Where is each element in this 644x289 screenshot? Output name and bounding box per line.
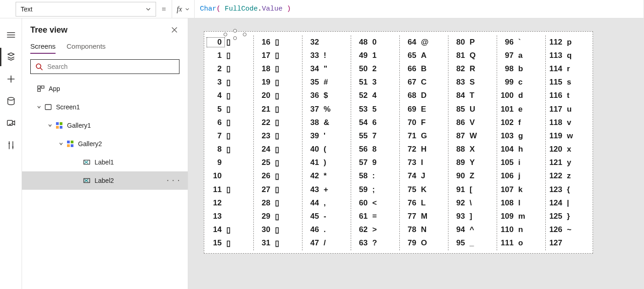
gallery-cell[interactable]: 120x [548,143,594,156]
design-canvas[interactable]: 0▯1▯2▯3▯4▯5▯6▯7▯8▯91011▯121314▯15▯16▯17▯… [188,18,644,289]
gallery-cell[interactable]: 80P [450,35,497,49]
media-button[interactable] [0,112,22,134]
tab-components[interactable]: Components [67,40,106,54]
gallery-cell[interactable]: 28▯ [256,196,302,210]
gallery-cell[interactable]: 47/ [304,237,351,250]
gallery-cell[interactable]: 114r [548,62,594,75]
fx-button[interactable]: fx [172,0,195,18]
gallery-cell[interactable]: 81Q [450,49,497,62]
gallery-cell[interactable]: 75K [402,183,448,196]
gallery-cell[interactable]: 62> [353,223,399,237]
chevron-icon[interactable] [59,142,66,146]
gallery-cell[interactable]: 64@ [402,35,448,49]
gallery-cell[interactable]: 40( [304,143,351,156]
gallery-cell[interactable]: 25▯ [256,156,302,170]
gallery-cell[interactable]: 107k [499,183,545,196]
gallery-cell[interactable]: 39' [304,129,351,142]
gallery-cell[interactable]: 84T [450,89,497,102]
gallery-cell[interactable]: 17▯ [256,49,302,62]
tree-item-app[interactable]: App [22,79,188,98]
gallery-cell[interactable]: 72H [402,143,448,156]
gallery-cell[interactable]: 24▯ [256,143,302,156]
gallery-cell[interactable]: 105i [499,156,545,170]
gallery-cell[interactable]: 127 [548,237,594,250]
gallery-cell[interactable]: 34" [304,62,351,75]
advanced-tools-button[interactable] [0,134,22,156]
gallery-cell[interactable]: 579 [353,156,399,170]
gallery-cell[interactable]: 2▯ [207,62,253,75]
gallery-cell[interactable]: 112p [548,35,594,49]
gallery-cell[interactable]: 480 [353,35,399,49]
gallery-cell[interactable]: 8▯ [207,143,253,156]
gallery-cell[interactable]: 76L [402,196,448,210]
gallery-cell[interactable]: 21▯ [256,102,302,116]
gallery-cell[interactable]: 121y [548,156,594,170]
gallery-cell[interactable]: 36$ [304,89,351,102]
gallery-cell[interactable]: 97a [499,49,545,62]
gallery-cell[interactable]: 26▯ [256,170,302,183]
gallery-cell[interactable]: 31▯ [256,237,302,250]
gallery-cell[interactable]: 58: [353,170,399,183]
gallery-cell[interactable]: 119w [548,129,594,142]
gallery-cell[interactable]: 19▯ [256,76,302,89]
gallery-cell[interactable]: 93] [450,210,497,223]
close-icon[interactable] [169,25,179,35]
gallery-cell[interactable]: 13 [207,210,253,223]
gallery-cell[interactable]: 41) [304,156,351,170]
property-dropdown[interactable]: Text [16,2,156,17]
gallery-cell[interactable]: 69E [402,102,448,116]
gallery-cell[interactable]: 38& [304,116,351,129]
gallery-cell[interactable]: 116t [548,89,594,102]
tree-item-label2[interactable]: Label2· · · [22,171,188,190]
gallery-cell[interactable]: 122z [548,170,594,183]
gallery-cell[interactable]: 37% [304,102,351,116]
gallery-cell[interactable]: 67C [402,76,448,89]
formula-bar[interactable]: Char( FullCode.Value ) [195,0,644,18]
gallery-cell[interactable]: 46. [304,223,351,237]
gallery-cell[interactable]: 23▯ [256,129,302,142]
gallery-cell[interactable]: 3▯ [207,76,253,89]
gallery-cell[interactable]: 502 [353,62,399,75]
gallery-cell[interactable]: 524 [353,89,399,102]
gallery-cell[interactable]: 0▯ [207,35,253,49]
gallery-cell[interactable]: 117u [548,102,594,116]
gallery-cell[interactable]: 15▯ [207,237,253,250]
gallery-cell[interactable]: 109m [499,210,545,223]
gallery-cell[interactable]: 94^ [450,223,497,237]
gallery-cell[interactable]: 86V [450,116,497,129]
gallery-cell[interactable]: 68D [402,89,448,102]
gallery-cell[interactable]: 27▯ [256,183,302,196]
gallery-cell[interactable]: 557 [353,129,399,142]
gallery-cell[interactable]: 106j [499,170,545,183]
tab-screens[interactable]: Screens [30,40,56,54]
gallery-cell[interactable]: 111o [499,237,545,250]
gallery-cell[interactable]: 513 [353,76,399,89]
tree-item-screen1[interactable]: Screen1 [22,98,188,116]
gallery-cell[interactable]: 14▯ [207,223,253,237]
gallery-cell[interactable]: 43+ [304,183,351,196]
gallery-cell[interactable]: 115s [548,76,594,89]
gallery-cell[interactable]: 88X [450,143,497,156]
gallery-cell[interactable]: 11▯ [207,183,253,196]
more-options-icon[interactable]: · · · [165,177,182,184]
gallery-cell[interactable]: 22▯ [256,116,302,129]
gallery-cell[interactable]: 118v [548,116,594,129]
tree-view-button[interactable] [0,46,22,68]
gallery-cell[interactable]: 59; [353,183,399,196]
insert-button[interactable] [0,68,22,90]
gallery-cell[interactable]: 10 [207,170,253,183]
gallery-cell[interactable]: 125} [548,210,594,223]
gallery-cell[interactable]: 100d [499,89,545,102]
gallery-cell[interactable]: 124| [548,196,594,210]
search-input[interactable] [46,62,174,71]
gallery-cell[interactable]: 123{ [548,183,594,196]
gallery-cell[interactable]: 9 [207,156,253,170]
gallery-cell[interactable]: 110n [499,223,545,237]
gallery-preview[interactable]: 0▯1▯2▯3▯4▯5▯6▯7▯8▯91011▯121314▯15▯16▯17▯… [204,31,593,254]
gallery-cell[interactable]: 101e [499,102,545,116]
gallery-cell[interactable]: 32 [304,35,351,49]
hamburger-button[interactable] [0,24,22,46]
gallery-cell[interactable]: 85U [450,102,497,116]
gallery-cell[interactable]: 5▯ [207,102,253,116]
gallery-cell[interactable]: 29▯ [256,210,302,223]
